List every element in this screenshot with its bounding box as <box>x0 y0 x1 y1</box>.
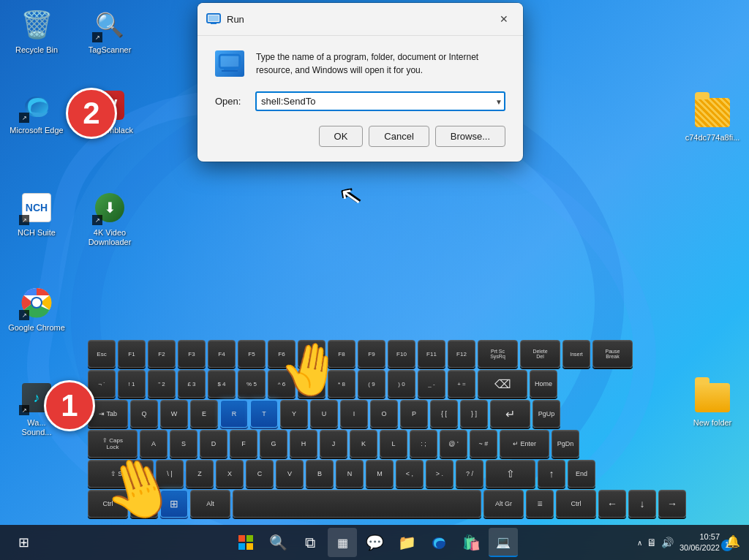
key-e[interactable]: E <box>190 400 218 428</box>
key-l[interactable]: L <box>380 430 407 458</box>
key-f9[interactable]: F9 <box>358 340 385 368</box>
network-icon[interactable]: 🖥 <box>647 537 657 548</box>
key-d[interactable]: D <box>200 430 227 458</box>
key-menu[interactable]: ≡ <box>526 490 554 518</box>
key-t[interactable]: T <box>250 400 278 428</box>
key-pgdn[interactable]: PgDn <box>552 430 579 458</box>
taskbar-taskview-button[interactable]: ⧉ <box>296 528 325 557</box>
key-p[interactable]: P <box>400 400 428 428</box>
taskbar-widget-button[interactable]: ▦ <box>328 528 357 557</box>
key-j[interactable]: J <box>320 430 347 458</box>
open-input[interactable] <box>255 91 505 111</box>
key-k[interactable]: K <box>350 430 377 458</box>
key-hash[interactable]: ~ # <box>470 430 497 458</box>
key-insert[interactable]: Insert <box>562 340 590 368</box>
key-shift-right[interactable]: ⇧ <box>486 460 535 488</box>
key-f10[interactable]: F10 <box>388 340 415 368</box>
taskbar-search-button[interactable]: 🔍 <box>263 528 293 557</box>
key-m[interactable]: M <box>366 460 394 488</box>
key-period[interactable]: > . <box>426 460 453 488</box>
key-u[interactable]: U <box>310 400 338 428</box>
taskbar-widgets-button[interactable]: ⊞ <box>9 528 38 557</box>
key-f5[interactable]: F5 <box>238 340 266 368</box>
key-enter[interactable]: ↵ Enter <box>500 430 549 458</box>
desktop-icon-edge[interactable]: ↗ Microsoft Edge <box>7 88 66 135</box>
key-4[interactable]: $ 4 <box>208 370 236 398</box>
notification-area[interactable]: 🔔 1 <box>726 534 740 551</box>
key-o[interactable]: O <box>370 400 398 428</box>
key-r[interactable]: R <box>220 400 248 428</box>
desktop-icon-new-folder[interactable]: New folder <box>683 380 742 428</box>
key-backspace[interactable]: ⌫ <box>478 370 527 398</box>
key-alt-left[interactable]: Alt <box>190 490 230 518</box>
key-3[interactable]: £ 3 <box>178 370 206 398</box>
key-up[interactable]: ↑ <box>538 460 565 488</box>
key-alt-gr[interactable]: Alt Gr <box>483 490 524 518</box>
desktop-icon-nch[interactable]: NCH ↗ NCH Suite <box>7 190 66 238</box>
key-f11[interactable]: F11 <box>418 340 445 368</box>
key-delete[interactable]: DeleteDel <box>520 340 560 368</box>
key-minus[interactable]: _ - <box>418 370 445 398</box>
desktop-icon-compressed-folder[interactable]: c74dc774a8fi... <box>683 95 742 143</box>
key-space[interactable] <box>233 490 481 518</box>
key-f2[interactable]: F2 <box>148 340 176 368</box>
desktop-icon-video-dl[interactable]: ⬇ ↗ 4K VideoDownloader <box>80 190 139 247</box>
key-f4[interactable]: F4 <box>208 340 236 368</box>
key-s[interactable]: S <box>170 430 197 458</box>
key-b[interactable]: B <box>306 460 334 488</box>
browse-button[interactable]: Browse... <box>435 126 505 147</box>
key-left[interactable]: ← <box>598 490 626 518</box>
key-z[interactable]: Z <box>186 460 214 488</box>
taskbar-explorer-button[interactable]: 📁 <box>392 528 421 557</box>
expand-tray-button[interactable]: ∧ <box>637 539 642 547</box>
key-v[interactable]: V <box>276 460 304 488</box>
key-h[interactable]: H <box>290 430 317 458</box>
desktop-icon-recycle-bin[interactable]: 🗑️ Recycle Bin <box>7 7 66 55</box>
key-down[interactable]: ↓ <box>628 490 656 518</box>
speaker-icon[interactable]: 🔊 <box>661 537 674 548</box>
key-right[interactable]: → <box>658 490 686 518</box>
key-caps[interactable]: ⇪ CapsLock <box>88 430 138 458</box>
dialog-close-button[interactable]: ✕ <box>494 9 514 29</box>
key-w[interactable]: W <box>160 400 188 428</box>
time-display[interactable]: 10:57 30/06/2022 <box>680 531 720 554</box>
desktop-icon-chrome[interactable]: ↗ Google Chrome <box>7 285 66 333</box>
key-9[interactable]: ( 9 <box>358 370 385 398</box>
key-lbracket[interactable]: { [ <box>430 400 458 428</box>
key-quote[interactable]: @ ' <box>440 430 467 458</box>
key-f3[interactable]: F3 <box>178 340 206 368</box>
key-f[interactable]: F <box>230 430 257 458</box>
key-x[interactable]: X <box>216 460 244 488</box>
key-f12[interactable]: F12 <box>448 340 475 368</box>
key-1[interactable]: ! 1 <box>118 370 146 398</box>
key-pgup[interactable]: PgUp <box>532 400 560 428</box>
key-f1[interactable]: F1 <box>118 340 146 368</box>
key-ctrl-right[interactable]: Ctrl <box>556 490 596 518</box>
key-g[interactable]: G <box>260 430 287 458</box>
desktop-icon-tagscanner[interactable]: 🔍 ↗ TagScanner <box>80 7 139 55</box>
key-i[interactable]: I <box>340 400 368 428</box>
key-n[interactable]: N <box>336 460 364 488</box>
key-home[interactable]: Home <box>530 370 557 398</box>
key-2[interactable]: " 2 <box>148 370 176 398</box>
key-equals[interactable]: + = <box>448 370 475 398</box>
taskbar-start-button[interactable] <box>231 528 260 557</box>
key-slash[interactable]: ? / <box>456 460 483 488</box>
taskbar-store-button[interactable]: 🛍️ <box>456 528 486 557</box>
key-y[interactable]: Y <box>280 400 308 428</box>
ok-button[interactable]: OK <box>319 126 364 147</box>
key-prtsc[interactable]: Prt ScSysRq <box>478 340 518 368</box>
key-pause[interactable]: PauseBreak <box>592 340 633 368</box>
key-end[interactable]: End <box>568 460 595 488</box>
taskbar-edge-button[interactable] <box>424 528 453 557</box>
cancel-button[interactable]: Cancel <box>369 126 429 147</box>
key-comma[interactable]: < , <box>396 460 424 488</box>
key-esc[interactable]: Esc <box>88 340 116 368</box>
taskbar-run-button[interactable]: 💻 <box>489 528 518 557</box>
key-5[interactable]: % 5 <box>238 370 266 398</box>
key-semicolon[interactable]: : ; <box>410 430 437 458</box>
dropdown-arrow-icon[interactable]: ▼ <box>495 97 503 105</box>
key-enter-top[interactable]: ↵ <box>490 400 530 428</box>
key-c[interactable]: C <box>246 460 274 488</box>
taskbar-chat-button[interactable]: 💬 <box>360 528 389 557</box>
